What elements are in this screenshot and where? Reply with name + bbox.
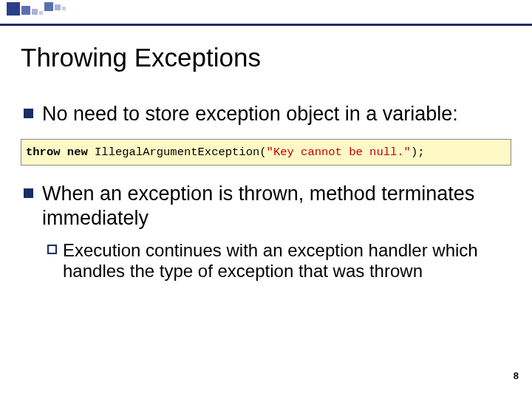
square-bullet-icon — [24, 109, 33, 118]
square-bullet-icon — [24, 188, 33, 198]
code-keyword: new — [67, 146, 88, 159]
code-class: IllegalArgumentException( — [88, 146, 267, 159]
slide-content: Throwing Exceptions No need to store exc… — [21, 37, 511, 282]
bullet-item: No need to store exception object in a v… — [24, 102, 511, 126]
slide-title: Throwing Exceptions — [21, 43, 511, 72]
code-keyword: throw — [26, 146, 61, 159]
code-block: throw new IllegalArgumentException("Key … — [21, 139, 511, 166]
bullet-item: When an exception is thrown, method term… — [24, 182, 511, 230]
bullet-text: No need to store exception object in a v… — [42, 102, 458, 126]
sub-bullet-text: Execution continues with an exception ha… — [63, 240, 511, 282]
sub-bullet-item: Execution continues with an exception ha… — [47, 240, 511, 282]
code-string: "Key cannot be null." — [267, 146, 411, 159]
bullet-text: When an exception is thrown, method term… — [42, 182, 511, 230]
header-divider — [0, 24, 532, 26]
hollow-square-bullet-icon — [47, 245, 57, 254]
page-number: 8 — [514, 370, 519, 381]
decoration-squares — [6, 1, 95, 16]
slide-header-decoration — [0, 0, 532, 27]
code-tail: ); — [411, 146, 425, 159]
